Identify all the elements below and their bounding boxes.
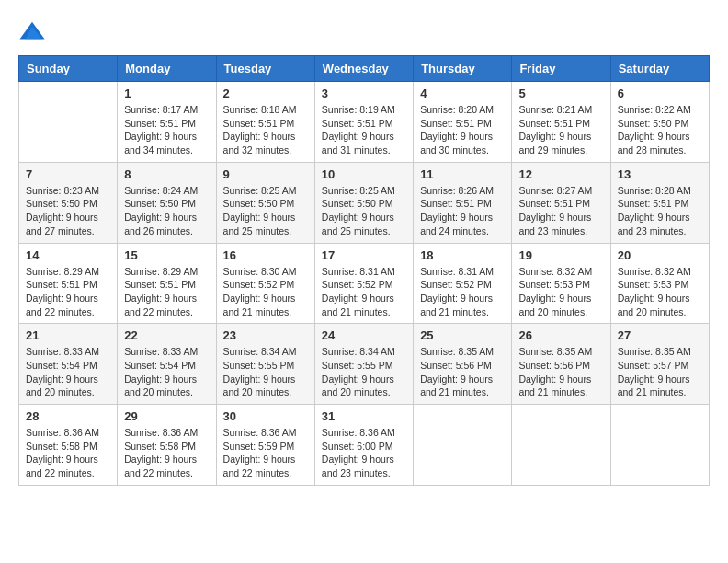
day-info: Sunrise: 8:33 AMSunset: 5:54 PMDaylight:… <box>124 345 209 399</box>
calendar-cell: 31Sunrise: 8:36 AMSunset: 6:00 PMDayligh… <box>314 405 413 486</box>
calendar-cell: 14Sunrise: 8:29 AMSunset: 5:51 PMDayligh… <box>19 243 118 324</box>
calendar-cell: 17Sunrise: 8:31 AMSunset: 5:52 PMDayligh… <box>314 243 413 324</box>
day-info: Sunrise: 8:30 AMSunset: 5:52 PMDaylight:… <box>223 265 308 319</box>
calendar-cell: 6Sunrise: 8:22 AMSunset: 5:50 PMDaylight… <box>610 82 709 163</box>
column-header-saturday: Saturday <box>610 56 709 82</box>
calendar-week-5: 28Sunrise: 8:36 AMSunset: 5:58 PMDayligh… <box>19 405 710 486</box>
calendar-cell <box>610 405 709 486</box>
calendar-cell: 11Sunrise: 8:26 AMSunset: 5:51 PMDayligh… <box>414 162 512 243</box>
day-info: Sunrise: 8:29 AMSunset: 5:51 PMDaylight:… <box>124 265 209 319</box>
day-number: 31 <box>322 409 406 423</box>
day-number: 3 <box>322 86 406 100</box>
day-info: Sunrise: 8:34 AMSunset: 5:55 PMDaylight:… <box>322 345 406 399</box>
calendar-cell: 2Sunrise: 8:18 AMSunset: 5:51 PMDaylight… <box>216 82 314 163</box>
calendar-cell: 21Sunrise: 8:33 AMSunset: 5:54 PMDayligh… <box>19 324 118 405</box>
day-number: 8 <box>124 167 209 181</box>
day-info: Sunrise: 8:20 AMSunset: 5:51 PMDaylight:… <box>420 103 505 157</box>
calendar-cell: 26Sunrise: 8:35 AMSunset: 5:56 PMDayligh… <box>512 324 610 405</box>
calendar-cell: 29Sunrise: 8:36 AMSunset: 5:58 PMDayligh… <box>118 405 216 486</box>
column-header-monday: Monday <box>118 56 216 82</box>
day-info: Sunrise: 8:26 AMSunset: 5:51 PMDaylight:… <box>420 184 505 238</box>
calendar-cell: 19Sunrise: 8:32 AMSunset: 5:53 PMDayligh… <box>512 243 610 324</box>
calendar-cell: 4Sunrise: 8:20 AMSunset: 5:51 PMDaylight… <box>414 82 512 163</box>
column-header-friday: Friday <box>512 56 610 82</box>
day-number: 23 <box>223 328 308 342</box>
calendar-cell: 8Sunrise: 8:24 AMSunset: 5:50 PMDaylight… <box>118 162 216 243</box>
day-info: Sunrise: 8:36 AMSunset: 5:58 PMDaylight:… <box>124 426 209 480</box>
day-number: 15 <box>124 248 209 262</box>
day-info: Sunrise: 8:28 AMSunset: 5:51 PMDaylight:… <box>618 184 702 238</box>
calendar-cell: 25Sunrise: 8:35 AMSunset: 5:56 PMDayligh… <box>414 324 512 405</box>
day-number: 27 <box>618 328 702 342</box>
page-header <box>18 18 710 46</box>
day-number: 10 <box>322 167 406 181</box>
calendar-cell: 10Sunrise: 8:25 AMSunset: 5:50 PMDayligh… <box>314 162 413 243</box>
calendar-cell: 3Sunrise: 8:19 AMSunset: 5:51 PMDaylight… <box>314 82 413 163</box>
day-info: Sunrise: 8:31 AMSunset: 5:52 PMDaylight:… <box>420 265 505 319</box>
calendar-week-3: 14Sunrise: 8:29 AMSunset: 5:51 PMDayligh… <box>19 243 710 324</box>
day-info: Sunrise: 8:29 AMSunset: 5:51 PMDaylight:… <box>26 265 110 319</box>
day-number: 7 <box>26 167 110 181</box>
calendar-cell <box>512 405 610 486</box>
column-header-sunday: Sunday <box>19 56 118 82</box>
calendar-table: SundayMondayTuesdayWednesdayThursdayFrid… <box>18 55 710 486</box>
calendar-week-4: 21Sunrise: 8:33 AMSunset: 5:54 PMDayligh… <box>19 324 710 405</box>
column-header-wednesday: Wednesday <box>314 56 413 82</box>
calendar-cell: 22Sunrise: 8:33 AMSunset: 5:54 PMDayligh… <box>118 324 216 405</box>
calendar-cell: 23Sunrise: 8:34 AMSunset: 5:55 PMDayligh… <box>216 324 314 405</box>
day-number: 19 <box>518 248 603 262</box>
day-number: 14 <box>26 248 110 262</box>
day-number: 18 <box>420 248 505 262</box>
logo <box>18 18 50 46</box>
day-info: Sunrise: 8:23 AMSunset: 5:50 PMDaylight:… <box>26 184 110 238</box>
calendar-cell: 5Sunrise: 8:21 AMSunset: 5:51 PMDaylight… <box>512 82 610 163</box>
day-info: Sunrise: 8:31 AMSunset: 5:52 PMDaylight:… <box>322 265 406 319</box>
calendar-cell: 15Sunrise: 8:29 AMSunset: 5:51 PMDayligh… <box>118 243 216 324</box>
day-info: Sunrise: 8:18 AMSunset: 5:51 PMDaylight:… <box>223 103 308 157</box>
calendar-cell: 16Sunrise: 8:30 AMSunset: 5:52 PMDayligh… <box>216 243 314 324</box>
day-number: 12 <box>518 167 603 181</box>
day-number: 20 <box>618 248 702 262</box>
calendar-cell <box>19 82 118 163</box>
day-number: 6 <box>618 86 702 100</box>
day-number: 30 <box>223 409 308 423</box>
day-info: Sunrise: 8:36 AMSunset: 6:00 PMDaylight:… <box>322 426 406 480</box>
day-number: 24 <box>322 328 406 342</box>
day-info: Sunrise: 8:34 AMSunset: 5:55 PMDaylight:… <box>223 345 308 399</box>
calendar-header-row: SundayMondayTuesdayWednesdayThursdayFrid… <box>19 56 710 82</box>
calendar-cell: 20Sunrise: 8:32 AMSunset: 5:53 PMDayligh… <box>610 243 709 324</box>
day-number: 22 <box>124 328 209 342</box>
day-number: 5 <box>518 86 603 100</box>
day-number: 21 <box>26 328 110 342</box>
calendar-cell: 12Sunrise: 8:27 AMSunset: 5:51 PMDayligh… <box>512 162 610 243</box>
calendar-cell: 27Sunrise: 8:35 AMSunset: 5:57 PMDayligh… <box>610 324 709 405</box>
calendar-week-1: 1Sunrise: 8:17 AMSunset: 5:51 PMDaylight… <box>19 82 710 163</box>
day-info: Sunrise: 8:27 AMSunset: 5:51 PMDaylight:… <box>518 184 603 238</box>
day-number: 13 <box>618 167 702 181</box>
day-number: 11 <box>420 167 505 181</box>
day-info: Sunrise: 8:35 AMSunset: 5:56 PMDaylight:… <box>518 345 603 399</box>
day-info: Sunrise: 8:24 AMSunset: 5:50 PMDaylight:… <box>124 184 209 238</box>
day-info: Sunrise: 8:25 AMSunset: 5:50 PMDaylight:… <box>223 184 308 238</box>
day-info: Sunrise: 8:35 AMSunset: 5:57 PMDaylight:… <box>618 345 702 399</box>
calendar-cell: 30Sunrise: 8:36 AMSunset: 5:59 PMDayligh… <box>216 405 314 486</box>
day-number: 25 <box>420 328 505 342</box>
day-info: Sunrise: 8:17 AMSunset: 5:51 PMDaylight:… <box>124 103 209 157</box>
calendar-cell: 28Sunrise: 8:36 AMSunset: 5:58 PMDayligh… <box>19 405 118 486</box>
day-info: Sunrise: 8:21 AMSunset: 5:51 PMDaylight:… <box>518 103 603 157</box>
column-header-tuesday: Tuesday <box>216 56 314 82</box>
day-number: 1 <box>124 86 209 100</box>
calendar-cell: 13Sunrise: 8:28 AMSunset: 5:51 PMDayligh… <box>610 162 709 243</box>
day-number: 26 <box>518 328 603 342</box>
column-header-thursday: Thursday <box>414 56 512 82</box>
day-info: Sunrise: 8:33 AMSunset: 5:54 PMDaylight:… <box>26 345 110 399</box>
logo-icon <box>18 18 46 46</box>
calendar-cell: 1Sunrise: 8:17 AMSunset: 5:51 PMDaylight… <box>118 82 216 163</box>
calendar-week-2: 7Sunrise: 8:23 AMSunset: 5:50 PMDaylight… <box>19 162 710 243</box>
calendar-cell: 18Sunrise: 8:31 AMSunset: 5:52 PMDayligh… <box>414 243 512 324</box>
day-number: 4 <box>420 86 505 100</box>
day-info: Sunrise: 8:19 AMSunset: 5:51 PMDaylight:… <box>322 103 406 157</box>
day-number: 16 <box>223 248 308 262</box>
day-info: Sunrise: 8:36 AMSunset: 5:58 PMDaylight:… <box>26 426 110 480</box>
day-info: Sunrise: 8:25 AMSunset: 5:50 PMDaylight:… <box>322 184 406 238</box>
